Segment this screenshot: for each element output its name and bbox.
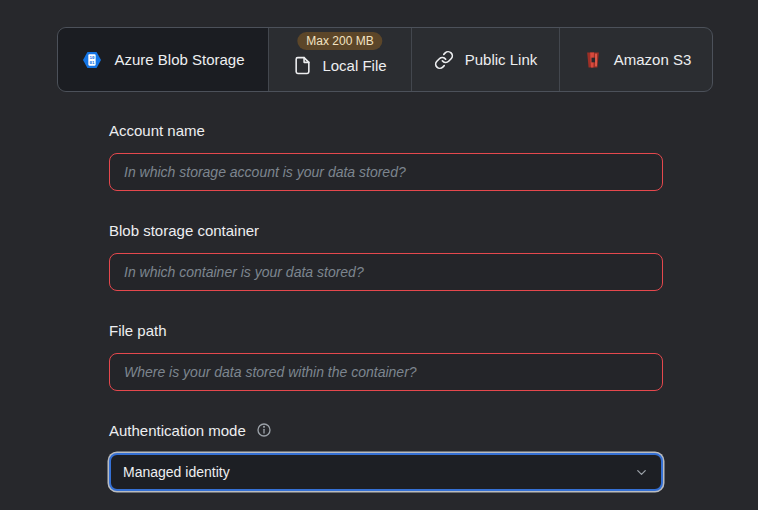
tab-label: Amazon S3 — [614, 51, 692, 68]
svg-text:01: 01 — [90, 59, 96, 64]
s3-icon — [583, 50, 603, 70]
file-path-label: File path — [109, 322, 167, 339]
authentication-mode-value: Managed identity — [123, 464, 230, 480]
authentication-mode-select[interactable]: Managed identity — [109, 453, 663, 491]
link-icon — [434, 50, 454, 70]
tab-label: Public Link — [465, 51, 538, 68]
azure-blob-config-form: Account name Blob storage container File… — [109, 120, 663, 491]
account-name-input[interactable] — [109, 153, 663, 191]
chevron-down-icon — [634, 465, 649, 480]
authentication-mode-label: Authentication mode — [109, 422, 246, 439]
data-source-tabbar: 10 01 Azure Blob Storage Max 200 MB Loca… — [57, 27, 713, 92]
file-path-input[interactable] — [109, 353, 663, 391]
tab-public-link[interactable]: Public Link — [411, 28, 559, 91]
blob-container-label: Blob storage container — [109, 222, 259, 239]
account-name-label: Account name — [109, 122, 205, 139]
tab-local-file[interactable]: Max 200 MB Local File — [268, 28, 411, 91]
info-icon[interactable] — [256, 422, 272, 438]
file-icon — [293, 55, 312, 76]
max-size-badge: Max 200 MB — [297, 32, 382, 50]
blob-container-input[interactable] — [109, 253, 663, 291]
tab-label: Azure Blob Storage — [114, 51, 244, 68]
tab-azure-blob-storage[interactable]: 10 01 Azure Blob Storage — [58, 28, 268, 91]
azure-blob-icon: 10 01 — [81, 49, 103, 71]
tab-amazon-s3[interactable]: Amazon S3 — [559, 28, 713, 91]
tab-label: Local File — [322, 57, 386, 74]
